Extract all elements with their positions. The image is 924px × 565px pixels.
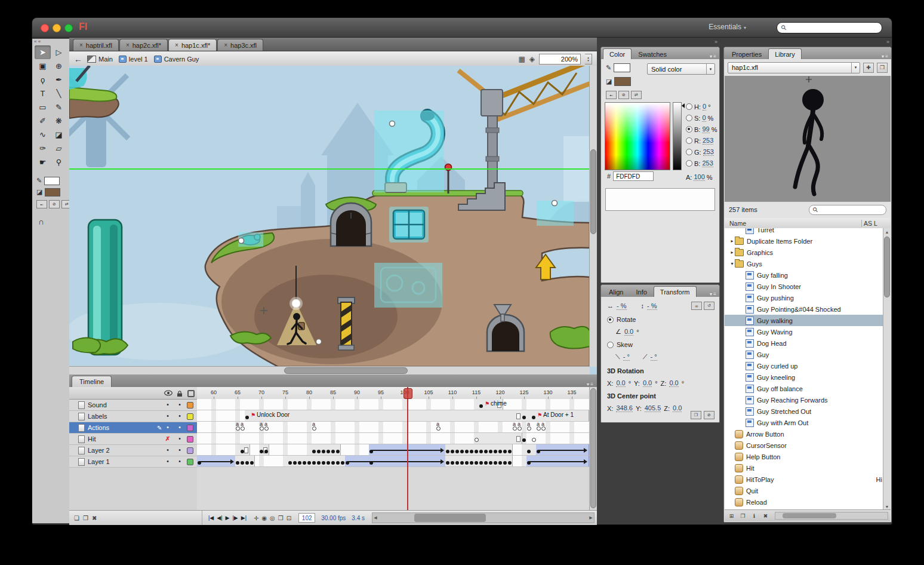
scale-width-value[interactable]: - % [617, 302, 627, 310]
stroke-color-swatch[interactable] [44, 177, 60, 185]
keyframe-dot[interactable] [327, 461, 330, 465]
delete-item-button[interactable]: ✖ [761, 512, 770, 520]
color-value-radio[interactable] [686, 115, 692, 121]
skew-radio[interactable] [607, 342, 614, 348]
keyframe-dot[interactable] [494, 461, 497, 465]
rectangle-tool[interactable]: ▭ [35, 100, 51, 114]
rotate-option[interactable]: Rotate [607, 316, 714, 323]
keyframe-dot[interactable] [489, 461, 492, 465]
fill-color-swatch[interactable] [614, 77, 631, 86]
list-item-arrow-button[interactable]: Arrow Button [725, 428, 891, 440]
frames-sound[interactable]: ⚑chime [197, 399, 590, 410]
playhead-handle[interactable] [404, 388, 412, 399]
list-item-guy-curled-up[interactable]: Guy curled up [725, 360, 891, 371]
skew-y-value[interactable]: - ° [651, 353, 657, 361]
chevron-right-icon[interactable]: ▸ [729, 238, 735, 244]
list-item-hittoplay[interactable]: HitToPlayHi [725, 474, 891, 485]
layer-outline-swatch[interactable] [187, 447, 193, 454]
frames-labels[interactable]: ⚑Unlock Door⚑At Door + 1 [197, 410, 590, 422]
layer-lock-dot[interactable]: • [177, 400, 183, 410]
timeline-horizontal-scrollbar[interactable]: ◀ ▶ [372, 512, 595, 523]
minimize-window-button[interactable] [53, 24, 61, 32]
keyframe-dot[interactable] [446, 461, 449, 465]
library-horizontal-scrollbar[interactable] [775, 512, 888, 520]
timeline-vertical-scrollbar[interactable] [589, 387, 597, 511]
step-forward-button[interactable]: |▶ [232, 515, 238, 521]
lasso-tool[interactable]: ϙ [35, 73, 51, 87]
new-layer-button[interactable]: ❏ [74, 515, 79, 521]
panel-menu-icon[interactable]: ▾ ≡ [710, 291, 719, 297]
color-value-radio[interactable] [686, 160, 692, 167]
subselection-tool[interactable]: ▷ [51, 45, 67, 59]
action-keyframe-dot[interactable] [236, 426, 240, 431]
eye-icon[interactable] [164, 390, 173, 396]
keyframe-dot[interactable] [346, 461, 349, 465]
close-tab-icon[interactable]: × [79, 42, 83, 48]
list-item-guy-pointing-044-shocked[interactable]: Guy Pointing&#044 Shocked [725, 303, 891, 315]
zoom-tool[interactable]: ⚲ [51, 155, 67, 169]
frame-rate-field[interactable]: 30.00 fps [321, 515, 346, 521]
stage-canvas[interactable] [69, 66, 597, 375]
free-transform-tool[interactable]: ▣ [35, 59, 51, 73]
list-item-dog-head[interactable]: Dog Head [725, 337, 891, 349]
layer-visibility-dot[interactable]: • [165, 445, 171, 456]
list-item-guy-walking[interactable]: Guy walking [725, 315, 891, 326]
zoom-window-button[interactable] [64, 24, 73, 32]
list-item-turret[interactable]: Turret [725, 228, 891, 235]
doc-tab-haptril-xfl[interactable]: ×haptril.xfl [73, 39, 119, 51]
keyframe-dot[interactable] [369, 450, 373, 453]
brush-tool[interactable]: ✐ [35, 114, 51, 128]
library-column-header[interactable]: Name AS L [725, 218, 891, 229]
tab-properties[interactable]: Properties [726, 49, 768, 59]
keyframe-dot[interactable] [465, 450, 469, 453]
stroke-color-control[interactable]: ✎ [606, 63, 630, 72]
list-item-guy-stretched-out[interactable]: Guy Stretched Out [725, 406, 891, 417]
layer-visibility-dot[interactable]: • [165, 400, 171, 410]
keyframe-dot[interactable] [527, 461, 531, 465]
3d-center-z[interactable]: 0.0 [673, 404, 682, 412]
3d-center-y[interactable]: 405.5 [645, 404, 661, 412]
3d-rotation-z[interactable]: 0.0 [669, 379, 678, 387]
collapse-tools-icon[interactable]: « « [32, 39, 69, 45]
panel-menu-icon[interactable]: ▾ ≡ [710, 54, 719, 59]
keyframe-dot[interactable] [470, 461, 473, 465]
library-search-input[interactable]: ⚲ [809, 205, 886, 215]
empty-keyframe-dot[interactable] [475, 438, 479, 442]
color-field[interactable] [605, 102, 670, 170]
action-keyframe-dot[interactable] [264, 426, 269, 431]
step-back-button[interactable]: ◀| [217, 515, 222, 521]
keyframe-dot[interactable] [465, 461, 469, 465]
bone-tool[interactable]: ∿ [35, 128, 51, 142]
keyframe-dot[interactable] [264, 450, 268, 453]
layer-lock-dot[interactable]: • [177, 422, 183, 433]
canvas-vertical-scrollbar[interactable] [589, 66, 597, 367]
tab-align[interactable]: Align [603, 287, 629, 297]
skew-option[interactable]: Skew [607, 341, 714, 348]
action-keyframe-dot[interactable] [537, 426, 541, 431]
zoom-level-input[interactable]: 200% [539, 54, 581, 65]
layer-labels[interactable]: Labels•• [69, 411, 197, 422]
list-item-guy-reaching-forwards[interactable]: Guy Reaching Forwards [725, 394, 891, 406]
empty-keyframe-dot[interactable] [532, 438, 536, 442]
item-properties-button[interactable]: ℹ [750, 512, 759, 520]
keyframe-dot[interactable] [508, 450, 512, 453]
list-item-guy-pushing[interactable]: Guy pushing [725, 292, 891, 303]
default-colors-button[interactable]: ▪▫ [606, 91, 617, 99]
keyframe-dot[interactable] [503, 450, 507, 453]
scrollbar-thumb[interactable] [590, 388, 596, 508]
eyedropper-tool[interactable]: ✑ [35, 142, 51, 155]
keyframe-dot[interactable] [479, 450, 483, 453]
tab-transform[interactable]: Transform [654, 286, 697, 297]
list-item-duplicate-items-folder[interactable]: ▸Duplicate Items Folder [725, 235, 891, 247]
new-library-panel-button[interactable]: ❐ [877, 63, 888, 73]
keyframe-dot[interactable] [508, 461, 512, 465]
keyframe-dot[interactable] [331, 461, 335, 465]
doc-tab-hap2c-xfl[interactable]: ×hap2c.xfl* [119, 39, 168, 51]
scroll-right-icon[interactable]: ▶ [588, 514, 594, 522]
frames-layer-2[interactable] [197, 444, 590, 456]
3d-rotation-tool[interactable]: ⊕ [51, 59, 67, 73]
edit-multiple-frames-button[interactable]: ❐ [278, 515, 284, 521]
keyframe-dot[interactable] [446, 450, 449, 453]
layer-lock-dot[interactable]: • [177, 434, 183, 444]
keyframe-dot[interactable] [460, 461, 464, 465]
